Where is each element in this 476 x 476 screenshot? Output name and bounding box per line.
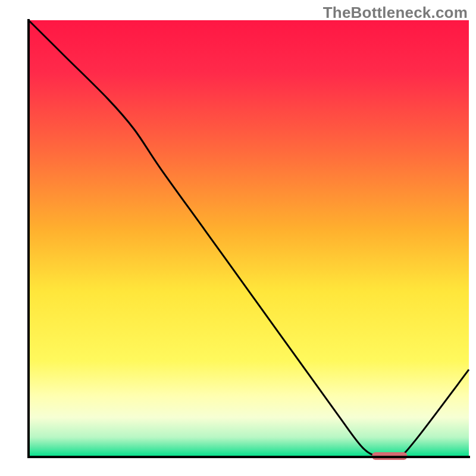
- bottleneck-chart: [0, 0, 476, 476]
- viewport: TheBottleneck.com: [0, 0, 476, 476]
